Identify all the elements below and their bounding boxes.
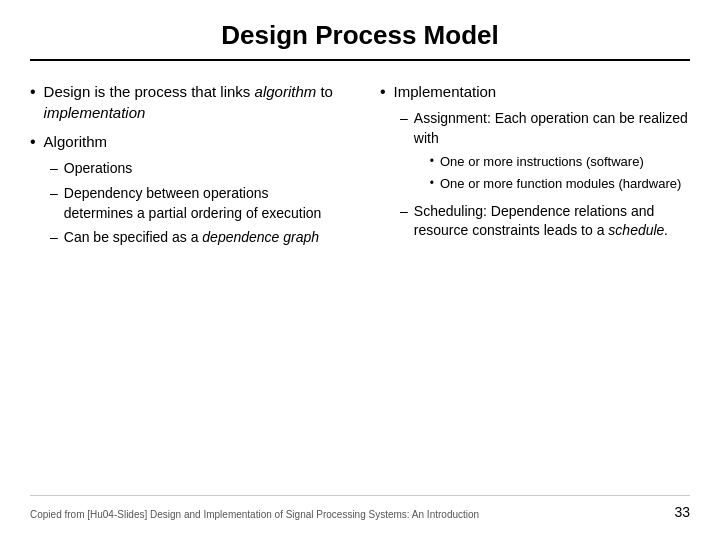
left-column: • Design is the process that links algor… — [30, 81, 350, 495]
content-area: • Design is the process that links algor… — [30, 71, 690, 495]
sub-item-operations: – Operations — [50, 159, 340, 179]
dash-operations: – — [50, 159, 58, 179]
bullet-algorithm-main: • Algorithm — [30, 131, 340, 153]
footer-citation: Copied from [Hu04-Slides] Design and Imp… — [30, 509, 479, 520]
implementation-italic: implementation — [44, 104, 146, 121]
algorithm-italic: algorithm — [255, 83, 317, 100]
sub-item-assignment: – Assignment: Each operation can be real… — [400, 109, 690, 196]
small-dot-modules: • — [430, 174, 434, 192]
bullet-design: • Design is the process that links algor… — [30, 81, 340, 123]
implementation-sub-list: – Assignment: Each operation can be real… — [400, 109, 690, 240]
algorithm-sub-list: – Operations – Dependency between operat… — [50, 159, 340, 247]
sub-item-graph: – Can be specified as a dependence graph — [50, 228, 340, 248]
bullet-implementation: • Implementation – Assignment: Each oper… — [380, 81, 690, 241]
title-container: Design Process Model — [30, 20, 690, 61]
dash-graph: – — [50, 228, 58, 248]
sub-item-scheduling: – Scheduling: Dependence relations and r… — [400, 202, 690, 241]
page-number: 33 — [674, 504, 690, 520]
instructions-item: • One or more instructions (software) — [430, 152, 690, 172]
assignment-block: Assignment: Each operation can be realiz… — [414, 109, 690, 196]
bullet-design-main: • Design is the process that links algor… — [30, 81, 340, 123]
assignment-sub-sub-list: • One or more instructions (software) • … — [430, 152, 690, 194]
graph-italic: dependence graph — [202, 229, 319, 245]
dependency-text: Dependency between operations determines… — [64, 184, 340, 223]
scheduling-text: Scheduling: Dependence relations and res… — [414, 202, 690, 241]
assignment-text: Assignment: Each operation can be realiz… — [414, 110, 688, 146]
operations-text: Operations — [64, 159, 132, 179]
dash-scheduling: – — [400, 202, 408, 222]
implementation-text: Implementation — [394, 81, 497, 102]
bullet-implementation-main: • Implementation — [380, 81, 690, 103]
slide-title: Design Process Model — [221, 20, 498, 50]
modules-text: One or more function modules (hardware) — [440, 174, 681, 194]
sub-item-dependency: – Dependency between operations determin… — [50, 184, 340, 223]
small-dot-instructions: • — [430, 152, 434, 170]
schedule-italic: schedule. — [608, 222, 668, 238]
bullet-algorithm: • Algorithm – Operations – Dependency be… — [30, 131, 340, 248]
bullet-design-text: Design is the process that links algorit… — [44, 81, 340, 123]
bullet-dot-1: • — [30, 81, 36, 103]
instructions-text: One or more instructions (software) — [440, 152, 644, 172]
bullet-dot-3: • — [380, 81, 386, 103]
bullet-algorithm-text: Algorithm — [44, 131, 107, 152]
right-column: • Implementation – Assignment: Each oper… — [370, 81, 690, 495]
bullet-dot-2: • — [30, 131, 36, 153]
dash-dependency: – — [50, 184, 58, 204]
dash-assignment: – — [400, 109, 408, 129]
slide: Design Process Model • Design is the pro… — [0, 0, 720, 540]
footer: Copied from [Hu04-Slides] Design and Imp… — [30, 495, 690, 520]
function-modules-item: • One or more function modules (hardware… — [430, 174, 690, 194]
graph-text: Can be specified as a dependence graph — [64, 228, 319, 248]
